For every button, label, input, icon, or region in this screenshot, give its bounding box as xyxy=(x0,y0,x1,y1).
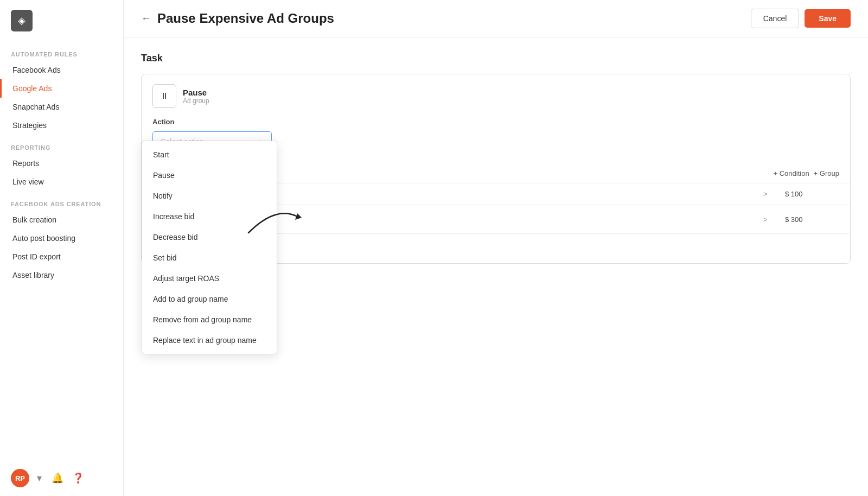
sidebar-bottom: RP ▾ 🔔 ❓ xyxy=(0,460,123,496)
sidebar-logo: ◈ xyxy=(0,0,123,41)
sidebar-bottom-icons: 🔔 ❓ xyxy=(52,472,84,484)
sidebar-item-auto-post-boosting[interactable]: Auto post boosting xyxy=(0,229,123,247)
sidebar-item-reports[interactable]: Reports xyxy=(0,154,123,173)
sidebar-item-asset-library[interactable]: Asset library xyxy=(0,266,123,284)
action-dropdown-menu: Start Pause Notify Increase bid Decrease… xyxy=(142,141,277,354)
save-button[interactable]: Save xyxy=(805,9,851,28)
automated-rules-label: AUTOMATED RULES xyxy=(0,41,123,61)
task-card-text: Pause Ad group xyxy=(183,88,209,105)
back-button[interactable]: ← xyxy=(141,13,151,24)
table-cell-operator-1: > xyxy=(763,190,785,198)
sidebar-item-snapchat-ads[interactable]: Snapchat Ads xyxy=(0,98,123,116)
logo-icon: ◈ xyxy=(11,10,33,31)
task-card: ⏸ Pause Ad group Action Select action ▲ … xyxy=(141,74,851,264)
sidebar: ◈ AUTOMATED RULES Facebook Ads Google Ad… xyxy=(0,0,124,496)
pause-icon: ⏸ xyxy=(152,84,176,108)
add-group-button[interactable]: + Group xyxy=(814,169,839,177)
main-content: ← Pause Expensive Ad Groups Cancel Save … xyxy=(124,0,868,496)
dropdown-item-increase-bid[interactable]: Increase bid xyxy=(142,206,277,227)
task-card-subtitle: Ad group xyxy=(183,97,209,105)
cancel-button[interactable]: Cancel xyxy=(751,9,800,28)
dropdown-item-pause[interactable]: Pause xyxy=(142,165,277,186)
bell-icon[interactable]: 🔔 xyxy=(52,472,63,484)
sidebar-item-bulk-creation[interactable]: Bulk creation xyxy=(0,211,123,229)
facebook-ads-creation-label: FACEBOOK ADS CREATION xyxy=(0,191,123,211)
dropdown-item-decrease-bid[interactable]: Decrease bid xyxy=(142,227,277,247)
chevron-down-icon[interactable]: ▾ xyxy=(37,472,42,484)
add-condition-button[interactable]: + Condition xyxy=(774,169,809,177)
task-card-title: Pause xyxy=(183,88,209,97)
content-area: Task ⏸ Pause Ad group Action Select acti… xyxy=(124,37,868,496)
sidebar-item-post-id-export[interactable]: Post ID export xyxy=(0,247,123,266)
sidebar-item-strategies[interactable]: Strategies xyxy=(0,116,123,135)
action-label: Action xyxy=(152,118,839,126)
dropdown-item-start[interactable]: Start xyxy=(142,144,277,165)
avatar: RP xyxy=(11,469,29,487)
sidebar-item-google-ads[interactable]: Google Ads xyxy=(0,79,123,98)
sidebar-item-facebook-ads[interactable]: Facebook Ads xyxy=(0,61,123,79)
dropdown-item-set-bid[interactable]: Set bid xyxy=(142,247,277,268)
dropdown-item-notify[interactable]: Notify xyxy=(142,186,277,206)
reporting-label: REPORTING xyxy=(0,135,123,154)
dropdown-item-add-to-ad-group-name[interactable]: Add to ad group name xyxy=(142,289,277,309)
task-section-label: Task xyxy=(141,53,851,64)
header: ← Pause Expensive Ad Groups Cancel Save xyxy=(124,0,868,37)
sidebar-item-live-view[interactable]: Live view xyxy=(0,173,123,191)
table-cell-value-1: $ 100 xyxy=(785,190,839,198)
help-icon[interactable]: ❓ xyxy=(72,472,84,484)
dropdown-item-replace-text-in-ad-group-name[interactable]: Replace text in ad group name xyxy=(142,330,277,351)
table-cell-operator-2: > xyxy=(763,215,785,224)
table-cell-value-2: $ 300 xyxy=(785,215,839,224)
task-card-header: ⏸ Pause Ad group xyxy=(142,74,850,108)
dropdown-item-adjust-target-roas[interactable]: Adjust target ROAS xyxy=(142,268,277,289)
page-title: Pause Expensive Ad Groups xyxy=(157,11,751,26)
dropdown-item-remove-from-ad-group-name[interactable]: Remove from ad group name xyxy=(142,309,277,330)
action-section: Action Select action ▲ Start Pause Notif… xyxy=(142,108,850,162)
